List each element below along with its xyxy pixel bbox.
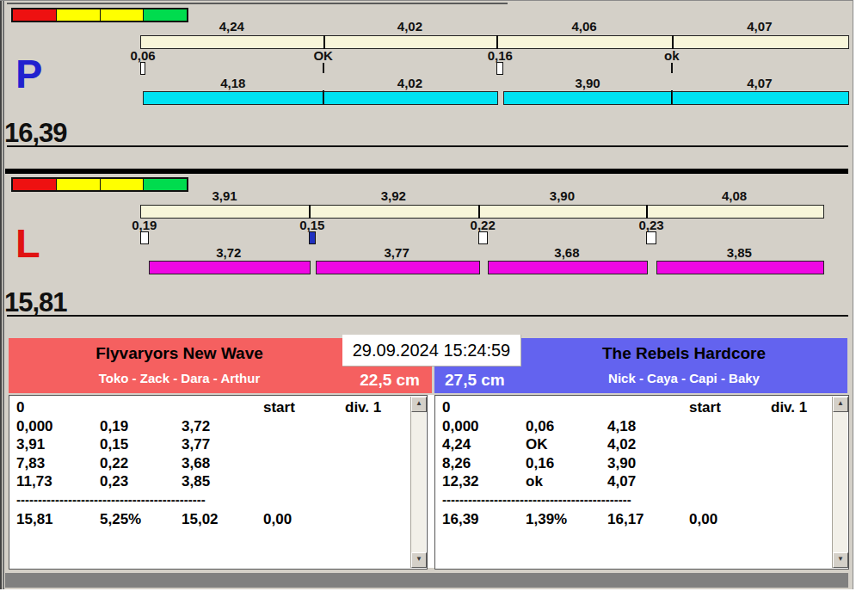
fault-checkbox-checked[interactable] — [309, 231, 316, 244]
table-cell: div. 1 — [345, 399, 381, 416]
table-separator-line: ----------------------------------------… — [442, 492, 631, 507]
table-cell: 12,32 — [442, 473, 479, 490]
net-split-segment — [323, 91, 499, 105]
bar-divider — [323, 35, 325, 49]
fault-checkbox[interactable] — [646, 231, 656, 244]
scroll-down-icon[interactable]: ▼ — [411, 552, 427, 568]
table-cell: 0,19 — [100, 418, 128, 435]
table-cell: 15,81 — [16, 511, 53, 528]
jump-height-badge: 27,5 cm — [445, 371, 505, 390]
fault-checkbox[interactable] — [140, 231, 149, 244]
net-split-segment — [672, 91, 849, 105]
net-split-segment — [143, 91, 325, 105]
result-list[interactable]: 0startdiv. 10,0000,064,184,24OK4,028,260… — [435, 396, 833, 569]
status-bar — [5, 573, 848, 588]
table-cell: 4,02 — [607, 436, 636, 453]
table-cell: 0 — [442, 399, 450, 416]
table-row: 0,0000,193,72 — [9, 418, 411, 436]
lane-letter: L — [15, 223, 40, 263]
table-cell: 0,000 — [16, 418, 53, 435]
fault-label: 0,16 — [470, 50, 530, 61]
scrollbar[interactable]: ▲ ▼ — [832, 397, 847, 568]
table-cell: 8,26 — [442, 455, 471, 472]
team-name: The Rebels Hardcore — [520, 338, 847, 363]
table-cell: 0,06 — [526, 418, 554, 435]
team-name: Flyvaryors New Wave — [9, 338, 350, 363]
net-split-label: 4,07 — [721, 77, 798, 89]
datetime-display: 29.09.2024 15:24:59 — [342, 335, 521, 367]
panel-separator — [5, 169, 848, 174]
gross-split-label: 3,90 — [523, 190, 600, 202]
run-panel-left-lane: L 15,81 3,913,923,904,080,190,150,220,23… — [7, 175, 848, 317]
net-split-label: 3,68 — [528, 247, 606, 259]
table-row: 0,0000,064,18 — [435, 418, 833, 436]
fault-label: 0,19 — [114, 219, 175, 231]
table-cell: start — [263, 399, 295, 416]
gross-split-bar — [140, 205, 824, 219]
table-cell: 0,00 — [689, 511, 717, 528]
team-members: Nick - Caya - Capi - Baky — [520, 363, 847, 385]
fault-checkbox[interactable] — [140, 62, 145, 75]
net-split-label: 3,72 — [190, 247, 268, 259]
fault-label: 0,23 — [621, 219, 681, 231]
scroll-up-icon[interactable]: ▲ — [833, 397, 848, 412]
table-cell: 11,73 — [16, 473, 52, 490]
lane-total-time: 16,39 — [4, 120, 67, 146]
start-light-strip — [11, 8, 188, 22]
app-window: P 16,39 4,244,024,064,070,06OK0,16ok4,18… — [0, 0, 853, 589]
net-split-label: 4,02 — [371, 77, 448, 89]
fault-label: ok — [642, 50, 702, 61]
start-light-strip — [11, 177, 188, 192]
table-cell: 3,85 — [182, 473, 210, 490]
net-split-segment — [488, 261, 649, 274]
table-row: 3,910,153,77 — [9, 436, 411, 454]
bar-divider — [496, 35, 498, 49]
gross-split-label: 3,91 — [186, 190, 263, 202]
fault-label: 0,15 — [282, 219, 342, 231]
table-row: 12,32ok4,07 — [435, 473, 833, 491]
table-cell: 0,16 — [526, 455, 554, 472]
net-split-segment — [316, 261, 480, 274]
net-split-label: 3,90 — [549, 77, 626, 89]
result-list[interactable]: 0startdiv. 10,0000,193,723,910,153,777,8… — [9, 396, 411, 569]
table-row: 11,730,233,85 — [9, 473, 411, 491]
fault-checkbox[interactable] — [496, 62, 503, 75]
scrollbar[interactable]: ▲ ▼ — [410, 397, 426, 568]
gross-split-bar — [140, 35, 849, 49]
result-table-right: 0startdiv. 10,0000,064,184,24OK4,028,260… — [434, 395, 849, 570]
table-header-row: 0startdiv. 1 — [435, 399, 833, 417]
table-cell: div. 1 — [771, 399, 807, 416]
window-top-border — [7, 3, 508, 4]
table-totals-row: 15,815,25%15,020,00 — [9, 511, 411, 529]
scroll-up-icon[interactable]: ▲ — [411, 397, 427, 412]
start-light-segment — [13, 179, 57, 190]
fault-label: 0,06 — [113, 50, 173, 61]
table-cell: 0 — [16, 399, 24, 416]
fault-tick-mark — [671, 63, 673, 73]
table-row: 4,24OK4,02 — [435, 436, 833, 454]
start-light-segment — [101, 9, 145, 21]
net-split-label: 3,77 — [358, 247, 435, 259]
scroll-down-icon[interactable]: ▼ — [833, 552, 848, 568]
datetime-text: 29.09.2024 15:24:59 — [353, 341, 511, 360]
fault-checkbox[interactable] — [478, 231, 488, 244]
table-separator-line: ----------------------------------------… — [16, 492, 206, 507]
table-cell: 0,000 — [442, 418, 479, 435]
bar-divider — [646, 205, 648, 219]
start-light-segment — [144, 179, 187, 190]
jump-height-badge: 22,5 cm — [360, 371, 420, 390]
result-table-left: 0startdiv. 10,0000,193,723,910,153,777,8… — [9, 395, 428, 570]
table-cell: 16,17 — [607, 511, 644, 528]
table-cell: 3,90 — [607, 455, 636, 472]
net-split-segment — [656, 261, 824, 274]
gross-split-label: 4,24 — [193, 21, 270, 33]
table-cell: 0,15 — [100, 436, 128, 453]
gross-split-label: 4,08 — [696, 190, 773, 202]
bottom-section: Flyvaryors New Wave Toko - Zack - Dara -… — [7, 335, 848, 570]
table-cell: 3,91 — [16, 436, 45, 453]
bar-divider — [309, 205, 311, 219]
table-cell: 1,39% — [526, 511, 567, 528]
gross-split-label: 4,07 — [721, 21, 798, 33]
net-split-label: 3,85 — [700, 247, 778, 259]
table-row: 7,830,223,68 — [9, 455, 411, 473]
